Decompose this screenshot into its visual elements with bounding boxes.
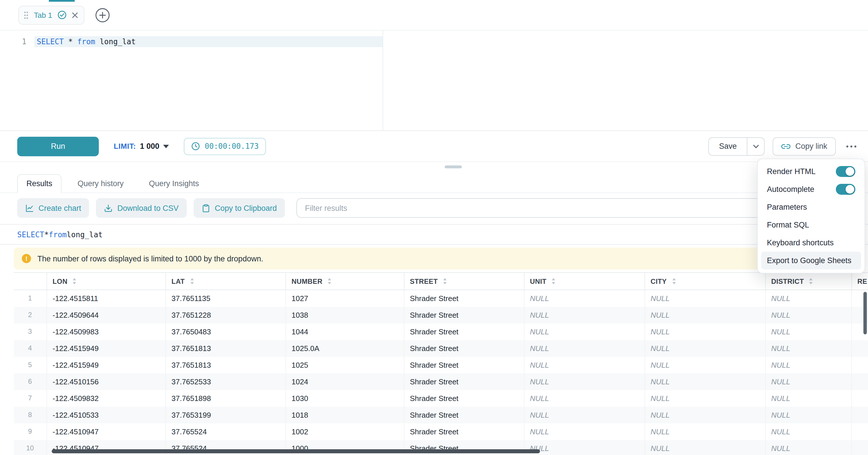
column-header-city[interactable]: CITY	[645, 273, 765, 290]
table-cell[interactable]: 37.7651135	[165, 290, 285, 306]
sort-icon[interactable]	[442, 277, 447, 285]
table-cell[interactable]	[851, 373, 868, 390]
table-cell[interactable]	[851, 440, 868, 455]
row-number[interactable]: 9	[14, 423, 46, 440]
column-header-lon[interactable]: LON	[46, 273, 165, 290]
table-cell[interactable]: 1044	[285, 323, 404, 340]
vertical-scrollbar[interactable]	[863, 292, 867, 334]
table-cell[interactable]: NULL	[765, 390, 851, 406]
table-cell[interactable]: NULL	[524, 406, 645, 423]
table-cell[interactable]: 1030	[285, 390, 404, 406]
table-cell[interactable]: -122.4509832	[46, 390, 165, 406]
row-number[interactable]: 3	[14, 323, 46, 340]
table-row[interactable]: 4-122.451594937.76518131025.0AShrader St…	[14, 340, 868, 357]
menu-item-export-google-sheets[interactable]: Export to Google Sheets	[761, 252, 861, 269]
table-cell[interactable]: 37.7651813	[165, 357, 285, 373]
table-cell[interactable]: -122.4509983	[46, 323, 165, 340]
sort-icon[interactable]	[327, 277, 332, 285]
table-cell[interactable]: 37.7651813	[165, 340, 285, 357]
table-cell[interactable]: NULL	[524, 290, 645, 306]
tab-query-insights[interactable]: Query Insights	[140, 174, 208, 193]
more-options-button[interactable]	[844, 142, 859, 151]
table-cell[interactable]: 1024	[285, 373, 404, 390]
table-cell[interactable]: -122.4510947	[46, 423, 165, 440]
save-options-button[interactable]	[748, 137, 765, 155]
table-cell[interactable]: NULL	[645, 290, 765, 306]
column-header-district[interactable]: DISTRICT	[765, 273, 851, 290]
table-cell[interactable]: NULL	[645, 440, 765, 455]
menu-item-keyboard-shortcuts[interactable]: Keyboard shortcuts	[761, 234, 861, 252]
row-number[interactable]: 6	[14, 373, 46, 390]
table-row[interactable]: 8-122.451053337.76531991018Shrader Stree…	[14, 406, 868, 423]
table-cell[interactable]: 1002	[285, 423, 404, 440]
table-cell[interactable]: 37.7652533	[165, 373, 285, 390]
table-cell[interactable]: NULL	[524, 357, 645, 373]
table-cell[interactable]: -122.4510533	[46, 406, 165, 423]
table-cell[interactable]	[851, 406, 868, 423]
table-cell[interactable]: NULL	[645, 323, 765, 340]
row-number[interactable]: 1	[14, 290, 46, 306]
table-cell[interactable]: NULL	[524, 423, 645, 440]
table-cell[interactable]: NULL	[765, 440, 851, 455]
table-cell[interactable]: Shrader Street	[404, 290, 524, 306]
table-cell[interactable]: NULL	[645, 390, 765, 406]
editor-code-area[interactable]: SELECT * from long_lat	[34, 30, 868, 130]
table-cell[interactable]: Shrader Street	[404, 423, 524, 440]
table-cell[interactable]: NULL	[524, 390, 645, 406]
table-row[interactable]: 5-122.451594937.76518131025Shrader Stree…	[14, 357, 868, 373]
row-number[interactable]: 5	[14, 357, 46, 373]
table-cell[interactable]: NULL	[645, 306, 765, 323]
menu-item-parameters[interactable]: Parameters	[761, 198, 861, 216]
download-csv-button[interactable]: Download to CSV	[96, 198, 187, 218]
column-header-lat[interactable]: LAT	[165, 273, 285, 290]
table-cell[interactable]: NULL	[524, 340, 645, 357]
row-number[interactable]: 2	[14, 306, 46, 323]
copy-clipboard-button[interactable]: Copy to Clipboard	[194, 198, 285, 218]
table-cell[interactable]: NULL	[524, 373, 645, 390]
table-cell[interactable]: 37.765524	[165, 423, 285, 440]
table-row[interactable]: 9-122.451094737.7655241002Shrader Street…	[14, 423, 868, 440]
table-cell[interactable]: NULL	[765, 306, 851, 323]
table-cell[interactable]: -122.4515949	[46, 357, 165, 373]
table-cell[interactable]: NULL	[765, 406, 851, 423]
table-row[interactable]: 2-122.450964437.76512281038Shrader Stree…	[14, 306, 868, 323]
tab-query-history[interactable]: Query history	[68, 174, 133, 193]
sql-editor[interactable]: 1 SELECT * from long_lat	[0, 30, 868, 131]
tab-results[interactable]: Results	[17, 174, 61, 193]
table-cell[interactable]: NULL	[765, 290, 851, 306]
table-cell[interactable]: NULL	[645, 406, 765, 423]
close-tab-icon[interactable]	[72, 12, 78, 18]
table-cell[interactable]: Shrader Street	[404, 390, 524, 406]
table-cell[interactable]: 1038	[285, 306, 404, 323]
table-cell[interactable]: NULL	[645, 373, 765, 390]
run-button[interactable]: Run	[17, 136, 99, 156]
menu-item-render-html[interactable]: Render HTML	[761, 162, 861, 180]
table-cell[interactable]: Shrader Street	[404, 406, 524, 423]
sort-icon[interactable]	[671, 277, 676, 285]
table-cell[interactable]: -122.4515949	[46, 340, 165, 357]
table-cell[interactable]: 1025.0A	[285, 340, 404, 357]
table-cell[interactable]: Shrader Street	[404, 357, 524, 373]
column-header-unit[interactable]: UNIT	[524, 273, 645, 290]
table-cell[interactable]	[851, 357, 868, 373]
table-cell[interactable]: 37.7651228	[165, 306, 285, 323]
table-cell[interactable]	[851, 423, 868, 440]
row-number[interactable]: 7	[14, 390, 46, 406]
table-cell[interactable]: 37.7653199	[165, 406, 285, 423]
table-row[interactable]: 1-122.451581137.76511351027Shrader Stree…	[14, 290, 868, 306]
table-row[interactable]: 6-122.451015637.76525331024Shrader Stree…	[14, 373, 868, 390]
table-cell[interactable]: -122.4509644	[46, 306, 165, 323]
horizontal-scrollbar[interactable]	[52, 449, 540, 453]
table-cell[interactable]: NULL	[765, 423, 851, 440]
sort-icon[interactable]	[72, 277, 77, 285]
table-cell[interactable]: Shrader Street	[404, 306, 524, 323]
table-row[interactable]: 7-122.450983237.76518981030Shrader Stree…	[14, 390, 868, 406]
table-cell[interactable]: -122.4510156	[46, 373, 165, 390]
copy-link-button[interactable]: Copy link	[773, 137, 836, 155]
table-cell[interactable]: NULL	[645, 357, 765, 373]
column-header-re[interactable]: RE	[851, 273, 868, 290]
column-header-number[interactable]: NUMBER	[285, 273, 404, 290]
table-cell[interactable]: NULL	[524, 323, 645, 340]
table-cell[interactable]: NULL	[765, 323, 851, 340]
row-number[interactable]: 8	[14, 406, 46, 423]
